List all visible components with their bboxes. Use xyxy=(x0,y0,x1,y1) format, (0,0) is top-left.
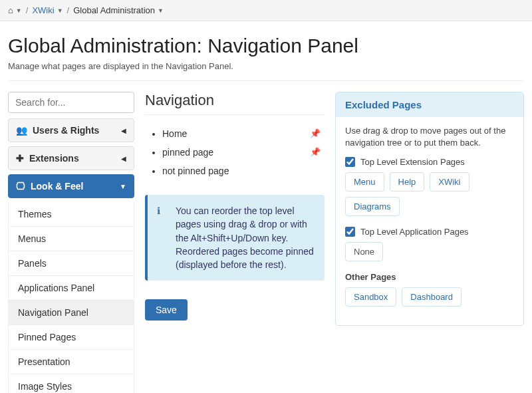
chevron-down-icon: ▼ xyxy=(158,7,164,14)
desktop-icon: 🖵 xyxy=(16,181,25,192)
breadcrumb-current[interactable]: Global Administration ▼ xyxy=(73,5,164,15)
chip-none[interactable]: None xyxy=(345,242,383,261)
nav-item-label: pinned page xyxy=(162,147,213,158)
check-top-application[interactable]: Top Level Application Pages xyxy=(345,227,514,237)
save-button[interactable]: Save xyxy=(145,299,188,321)
nav-item-label: Home xyxy=(162,128,187,139)
chevron-down-icon: ▼ xyxy=(16,7,22,14)
sub-panels[interactable]: Panels xyxy=(9,251,134,276)
excluded-pages-card: Excluded Pages Use drag & drop to move p… xyxy=(335,92,524,326)
chevron-left-icon: ◀ xyxy=(121,127,126,134)
navigation-list[interactable]: Home📌 pinned page📌 not pinned page xyxy=(145,124,325,180)
sub-presentation[interactable]: Presentation xyxy=(9,350,134,374)
info-box: ℹ You can reorder the top level pages us… xyxy=(145,195,325,281)
sub-image-styles[interactable]: Image Styles xyxy=(9,374,134,393)
breadcrumb-xwiki[interactable]: XWiki ▼ xyxy=(32,5,63,15)
menu-extensions-label: Extensions xyxy=(29,153,79,164)
checkbox-top-application[interactable] xyxy=(345,227,355,237)
check-top-extension[interactable]: Top Level Extension Pages xyxy=(345,157,514,167)
breadcrumb-separator: / xyxy=(67,5,70,15)
chip-menu[interactable]: Menu xyxy=(345,172,384,192)
search-input[interactable] xyxy=(8,92,134,113)
sub-menus[interactable]: Menus xyxy=(9,227,134,251)
sub-themes[interactable]: Themes xyxy=(9,202,134,227)
users-icon: 👥 xyxy=(16,125,27,136)
chevron-left-icon: ◀ xyxy=(121,155,126,162)
checkbox-top-extension[interactable] xyxy=(345,157,355,167)
divider xyxy=(8,80,524,81)
nav-item-not-pinned[interactable]: not pinned page xyxy=(162,162,325,180)
pin-icon: 📌 xyxy=(310,128,321,138)
chevron-down-icon: ▼ xyxy=(57,7,63,14)
excluded-desc: Use drag & drop to move pages out of the… xyxy=(345,125,514,149)
page-title: Global Administration: Navigation Panel xyxy=(8,35,524,57)
breadcrumb-separator: / xyxy=(26,5,29,15)
menu-users-rights-label: Users & Rights xyxy=(33,125,99,136)
chip-dashboard[interactable]: Dashboard xyxy=(402,287,462,307)
puzzle-icon: ✚ xyxy=(16,153,24,164)
info-icon: ℹ xyxy=(157,204,160,217)
sub-pinned-pages[interactable]: Pinned Pages xyxy=(9,325,134,350)
nav-item-label: not pinned page xyxy=(162,166,229,176)
check-top-application-label: Top Level Application Pages xyxy=(360,227,469,237)
chip-help[interactable]: Help xyxy=(390,172,425,192)
chip-sandbox[interactable]: Sandbox xyxy=(345,287,396,307)
chip-xwiki[interactable]: XWiki xyxy=(430,172,469,192)
page-subtitle: Manage what pages are displayed in the N… xyxy=(8,61,524,71)
sub-navigation-panel[interactable]: Navigation Panel xyxy=(9,301,134,325)
menu-users-rights[interactable]: 👥Users & Rights ◀ xyxy=(8,118,134,142)
other-pages-label: Other Pages xyxy=(345,272,514,282)
chevron-down-icon: ▼ xyxy=(120,183,126,190)
navigation-title: Navigation xyxy=(145,92,325,115)
breadcrumb-current-label: Global Administration xyxy=(73,5,155,15)
sub-applications-panel[interactable]: Applications Panel xyxy=(9,276,134,301)
info-text: You can reorder the top level pages usin… xyxy=(176,205,314,270)
menu-look-feel[interactable]: 🖵Look & Feel ▼ xyxy=(8,174,134,198)
chip-diagrams[interactable]: Diagrams xyxy=(345,197,400,216)
excluded-title: Excluded Pages xyxy=(336,92,523,117)
home-icon: ⌂ xyxy=(8,5,13,15)
menu-extensions[interactable]: ✚Extensions ◀ xyxy=(8,146,134,170)
menu-look-feel-submenu: Themes Menus Panels Applications Panel N… xyxy=(8,202,134,393)
breadcrumb-home[interactable]: ⌂ ▼ xyxy=(8,5,22,15)
nav-item-home[interactable]: Home📌 xyxy=(162,124,325,143)
nav-item-pinned[interactable]: pinned page📌 xyxy=(162,143,325,162)
pin-icon: 📌 xyxy=(310,147,321,157)
check-top-extension-label: Top Level Extension Pages xyxy=(360,157,465,167)
menu-look-feel-label: Look & Feel xyxy=(31,181,83,192)
breadcrumb: ⌂ ▼ / XWiki ▼ / Global Administration ▼ xyxy=(0,0,532,21)
breadcrumb-xwiki-link[interactable]: XWiki xyxy=(32,5,54,15)
